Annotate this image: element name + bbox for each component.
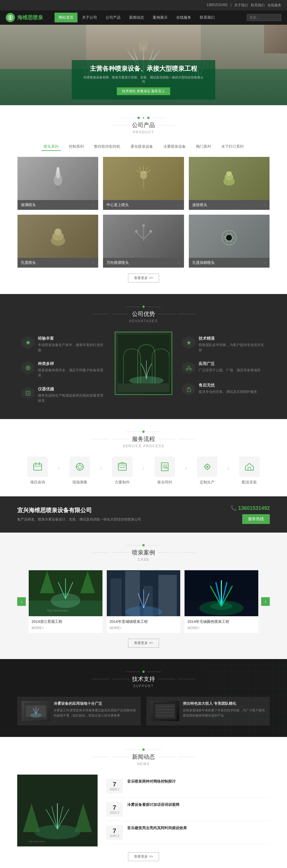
step-arrow-4: › <box>185 465 187 471</box>
news-more-btn[interactable]: 查看更多 >> <box>128 852 159 861</box>
tab-control[interactable]: 控制系列 <box>67 143 86 151</box>
news-my-1: 2020.2 <box>110 787 119 791</box>
case-more-3[interactable]: MORE+ <box>187 626 255 630</box>
news-layout: http://www.haiw... 7 2020.2 音乐喷泉两种对网络控制探… <box>17 775 270 846</box>
company-layout: 宜兴海维思喷泉设备有限公司 集产品研发、喷泉冷雾设备设计、安装、调试及培训统一体… <box>17 505 270 524</box>
nav-item-home[interactable]: 网站首页 <box>55 13 77 23</box>
tech-section: 技术支持 SUPPORT 冷雾设备的应用场地十分广泛 冷雾是工作原理是将水等液体… <box>0 659 287 737</box>
tech-desc-2: 在喷泉领域多年来积累了丰富的技术经验，为广大客户提供最优质的服务和最先进的产品 <box>183 708 265 718</box>
svg-point-41 <box>27 367 29 369</box>
adv-desc-4: 研发团队多年经验，为客户提供专业技术支持 <box>199 342 265 353</box>
hero-btn[interactable]: 技术领先 质量保证 服务至上 <box>117 87 171 95</box>
svg-point-27 <box>135 230 138 233</box>
advantages-title-cn: 公司优势 <box>17 310 270 318</box>
svg-point-28 <box>142 224 145 227</box>
news-main-img: http://www.haiw... <box>17 775 98 846</box>
tab-cold-mist[interactable]: 冷雾喷泉设备 <box>161 143 188 151</box>
nav-item-cases[interactable]: 案例展示 <box>149 13 172 23</box>
header-link-about[interactable]: 关于我们 <box>234 3 248 8</box>
case-card-2[interactable]: http://www.haiw... 2014年坚城镇喷泉工程 MORE+ <box>107 570 181 633</box>
product-tabs: 喷头系列 控制系列 数控彩控彩控机 雾化喷泉设备 冷雾喷泉设备 阀门系列 水下灯… <box>17 143 270 151</box>
adv-item-5: 应用广泛 广泛应用于公园、广场、酒店等各类场所 <box>178 357 270 378</box>
nav-item-online[interactable]: 在线服务 <box>172 13 195 23</box>
company-name: 宜兴海维思喷泉设备有限公司 <box>17 506 230 514</box>
product-name-4: 孔莲喷头 <box>21 260 36 265</box>
tech-content-2: 突出特色加大投入 专英团队精化 在喷泉领域多年来积累了丰富的技术经验，为广大客户… <box>183 701 265 721</box>
news-title-2[interactable]: 冷雾设备看探讨加话语词训索网 <box>127 802 179 807</box>
product-arrow-4: → <box>91 261 95 265</box>
step-arrow-2: › <box>100 465 102 471</box>
svg-point-17 <box>226 171 232 176</box>
case-title-2: 2014年坚城镇喷泉工程 <box>110 619 178 624</box>
adv-text-3: 仪器优越 拥有先进的生产检测设备和完善的质量管理体系 <box>38 386 105 403</box>
adv-right: 技术精湛 研发团队多年经验，为客户提供专业技术支持 应用广泛 广泛应用于公园、广… <box>178 332 270 400</box>
svg-point-48 <box>188 366 190 369</box>
news-my-3: 2020.2 <box>110 834 119 838</box>
nav-item-contact[interactable]: 联系我们 <box>196 13 219 23</box>
news-content-3: 音乐建筑亮去亮尚其阿时间就设效果 <box>127 826 187 840</box>
svg-rect-47 <box>118 383 169 392</box>
case-more-1[interactable]: MORE+ <box>32 626 100 630</box>
nav-item-news[interactable]: 新闻动态 <box>125 13 148 23</box>
svg-point-38 <box>224 240 225 242</box>
product-card-2[interactable]: 中心直上喷头 → <box>103 157 184 210</box>
product-card-5[interactable]: 万向摇摆喷头 → <box>103 214 184 268</box>
news-my-2: 2020.2 <box>110 811 119 814</box>
adv-title-5: 应用广泛 <box>199 361 261 367</box>
tech-title-1: 冷雾设备的应用场地十分广泛 <box>54 701 136 706</box>
tech-title-en: SUPPORT <box>17 684 270 688</box>
news-title-en: NEWS <box>17 762 270 766</box>
product-card-3[interactable]: 波纹喷头 → <box>188 157 270 210</box>
adv-item-6: 售后无忧 提供专业的安装、调试及后期维护服务 <box>178 378 270 400</box>
news-item-1: 7 2020.2 音乐喷泉两种对网络控制探讨 <box>106 775 270 798</box>
products-section: 公司产品 PRODUCT 喷头系列 控制系列 数控彩控彩控机 雾化喷泉设备 冷雾… <box>0 105 287 294</box>
header-link-contact[interactable]: 联系我们 <box>251 3 264 8</box>
svg-rect-63 <box>161 463 168 471</box>
top-header: 13601531492 | 关于我们 联系我们 在线服务 <box>0 0 287 10</box>
svg-rect-80 <box>110 579 121 616</box>
products-view-more: 查看更多 >> <box>17 274 270 282</box>
slider-prev-btn[interactable]: ‹ <box>17 597 26 606</box>
tab-cnc[interactable]: 数控彩控彩控机 <box>92 143 122 151</box>
product-card-6[interactable]: 孔莲加精喷头 → <box>188 214 270 268</box>
slider-next-btn[interactable]: › <box>261 597 270 606</box>
news-view-more: 查看更多 >> <box>17 852 270 861</box>
title-dot-news <box>142 748 145 751</box>
header-link-service[interactable]: 在线服务 <box>267 3 281 8</box>
tech-grid: 冷雾设备的应用场地十分广泛 冷雾是工作原理是将水等液体通过超高压系统产生的微米级… <box>17 697 270 725</box>
nav-item-about[interactable]: 关于公司 <box>78 13 101 23</box>
news-item-2: 7 2020.2 冷雾设备看探讨加话语词训索网 <box>106 798 270 821</box>
tab-valve[interactable]: 阀门系列 <box>194 143 213 151</box>
adv-desc-3: 拥有先进的生产检测设备和完善的质量管理体系 <box>38 393 105 403</box>
tab-nozzle[interactable]: 喷头系列 <box>41 143 61 151</box>
case-card-1[interactable]: http://www.haiw... 2014浙江景观工程 MORE+ <box>29 570 103 633</box>
case-more-2[interactable]: MORE+ <box>110 626 178 630</box>
nav-item-products[interactable]: 公司产品 <box>102 13 124 23</box>
product-arrow-2: → <box>177 203 181 207</box>
cases-more-btn[interactable]: 查看更多 >> <box>128 639 159 648</box>
news-list: 7 2020.2 音乐喷泉两种对网络控制探讨 7 2020.2 冷雾设备看探讨加… <box>106 775 270 846</box>
case-card-3[interactable]: http://www.haiw... 2014年无锡颜色喷泉工程 MORE+ <box>184 570 258 633</box>
adv-title-6: 售后无忧 <box>199 383 257 388</box>
products-more-btn[interactable]: 查看更多 >> <box>128 274 159 282</box>
adv-desc-5: 广泛应用于公园、广场、酒店等各类场所 <box>199 368 261 373</box>
step-icon-2 <box>70 457 90 477</box>
svg-point-4 <box>57 167 60 173</box>
tech-card-2: 突出特色加大投入 专英团队精化 在喷泉领域多年来积累了丰富的技术经验，为广大客户… <box>146 697 270 725</box>
logo-icon <box>6 13 15 22</box>
news-title-1[interactable]: 音乐喷泉两种对网络控制探讨 <box>127 779 176 784</box>
tab-mist[interactable]: 雾化喷泉设备 <box>128 143 155 151</box>
tech-img-2 <box>151 701 179 721</box>
product-card-4[interactable]: 孔莲喷头 → <box>17 214 99 268</box>
hotline-btn[interactable]: 服务热线 <box>242 514 270 524</box>
tab-light[interactable]: 水下灯订系列 <box>219 143 246 151</box>
search-input[interactable] <box>247 14 281 21</box>
product-card-1[interactable]: 玻璃喷头 → <box>17 157 99 210</box>
svg-rect-51 <box>187 389 190 392</box>
news-title-3[interactable]: 音乐建筑亮去亮尚其阿时间就设效果 <box>127 826 187 831</box>
adv-title-4: 技术精湛 <box>199 336 265 341</box>
case-img-2: http://www.haiw... <box>107 570 181 616</box>
service-steps: 项目咨询 › 现场测量 › 方案制作 › 签合同对 › <box>17 457 270 485</box>
adv-title-3: 仪器优越 <box>38 386 105 392</box>
svg-point-34 <box>228 232 230 234</box>
